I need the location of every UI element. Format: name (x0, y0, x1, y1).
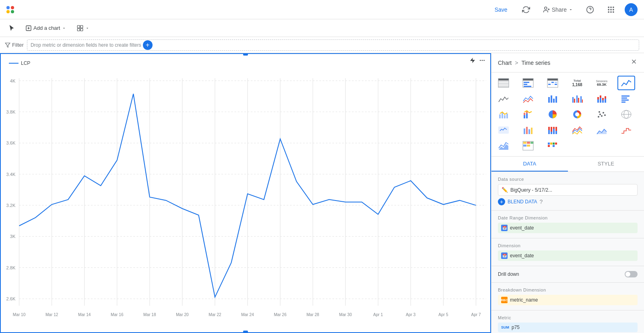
svg-rect-113 (621, 101, 625, 103)
main-layout: LCP 4K 3.8K 3.6K 3.4K 3.2K 3K 2.8K 2.6K (0, 53, 644, 333)
chart-type-scatter[interactable] (593, 107, 611, 122)
pencil-icon: ✏️ (502, 187, 508, 193)
drill-down-toggle[interactable] (625, 271, 638, 277)
chart-type-combo-bar-line[interactable] (495, 107, 512, 122)
breakdown-field[interactable]: RBC metric_name (498, 295, 638, 305)
data-source-row[interactable]: ✏️ BigQuery - 5/17/2... (498, 184, 638, 196)
svg-rect-136 (526, 127, 528, 134)
chart-type-time-series[interactable] (617, 76, 635, 90)
chart-type-table[interactable] (495, 76, 512, 90)
dimension-field[interactable]: 📅 event_date (498, 250, 638, 261)
chart-type-area-line[interactable] (593, 123, 611, 137)
svg-text:3.8K: 3.8K (6, 110, 16, 114)
svg-text:Apr 1: Apr 1 (373, 312, 383, 317)
chart-type-multi-line[interactable] (568, 123, 586, 137)
chart-type-geo-map[interactable] (495, 123, 512, 137)
chart-type-stepped[interactable] (617, 123, 635, 137)
save-button[interactable]: Save (490, 4, 512, 15)
svg-text:Mar 26: Mar 26 (274, 312, 287, 317)
metric-section: Metric SUM p75 (491, 310, 644, 333)
svg-rect-108 (605, 99, 606, 103)
blend-help-icon[interactable]: ? (540, 199, 543, 205)
svg-text:3K: 3K (10, 234, 16, 239)
add-chart-button[interactable]: Add a chart (22, 23, 70, 33)
chart-resize-top[interactable] (243, 53, 248, 56)
chart-type-horizontal-bar[interactable] (617, 91, 635, 106)
svg-rect-10 (613, 9, 614, 10)
chart-type-scorecard-sessions[interactable]: Sessions 69.3K (593, 76, 611, 90)
svg-rect-97 (574, 99, 575, 103)
chart-type-percent-bar[interactable] (544, 123, 561, 137)
refresh-button[interactable] (519, 2, 533, 17)
svg-rect-148 (523, 142, 526, 144)
svg-rect-100 (580, 96, 582, 103)
chart-type-map[interactable] (617, 107, 635, 122)
chart-type-area-stacked[interactable] (495, 139, 512, 153)
chart-lightning-button[interactable] (469, 57, 476, 65)
svg-marker-21 (5, 43, 10, 47)
chart-type-donut[interactable] (568, 107, 586, 122)
svg-rect-90 (555, 84, 557, 85)
chart-type-stacked-bar-line[interactable] (519, 107, 537, 122)
svg-rect-6 (610, 6, 611, 8)
svg-rect-12 (610, 11, 611, 12)
svg-point-0 (544, 7, 547, 9)
chart-type-area-bar[interactable] (519, 123, 537, 137)
svg-text:Mar 22: Mar 22 (208, 312, 221, 317)
svg-rect-138 (531, 128, 533, 134)
svg-rect-9 (610, 9, 611, 10)
svg-text:Mar 30: Mar 30 (339, 312, 352, 317)
svg-rect-94 (553, 99, 555, 103)
svg-rect-7 (613, 6, 614, 8)
lightning-icon (469, 57, 476, 64)
chart-type-scorecard-total[interactable]: Total 1,168 (568, 76, 586, 90)
apps-button[interactable] (604, 2, 618, 17)
svg-rect-8 (608, 9, 609, 10)
panel-close-button[interactable] (630, 58, 638, 67)
chart-area: LCP 4K 3.8K 3.6K 3.4K 3.2K 3K 2.8K 2.6K (0, 53, 491, 333)
chart-type-stacked-bar[interactable] (593, 91, 611, 106)
pointer-tool[interactable] (5, 23, 19, 33)
filter-icon (5, 42, 10, 48)
share-button[interactable]: Share (540, 4, 576, 16)
chart-type-table-bars[interactable] (519, 76, 537, 90)
tab-style[interactable]: STYLE (568, 157, 644, 172)
chart-type-bar[interactable] (544, 91, 561, 106)
app-logo (6, 6, 14, 13)
chart-type-table-heat[interactable] (544, 76, 561, 90)
filter-drop-area[interactable]: Drop metric or dimension fields here to … (27, 39, 639, 51)
svg-point-127 (601, 115, 603, 117)
chart-type-sparkline[interactable] (495, 91, 512, 106)
svg-rect-18 (80, 25, 83, 28)
chart-type-color-table[interactable] (519, 139, 537, 153)
chart-type-line2[interactable] (519, 91, 537, 106)
chart-type-block-bar[interactable] (544, 139, 561, 153)
filter-add-button[interactable]: + (143, 40, 153, 50)
svg-point-24 (483, 60, 485, 61)
svg-rect-85 (548, 82, 551, 83)
more-icon (479, 57, 485, 64)
date-range-label: Date Range Dimension (498, 215, 638, 220)
metric-field[interactable]: SUM p75 (498, 323, 638, 332)
avatar[interactable]: A (625, 3, 638, 16)
blend-data-button[interactable]: + BLEND DATA ? (498, 198, 638, 205)
svg-text:Mar 28: Mar 28 (306, 312, 319, 317)
blend-circle-icon: + (498, 198, 505, 205)
tab-data[interactable]: DATA (491, 157, 568, 172)
date-range-field[interactable]: 📅 event_date (498, 223, 638, 233)
sum-badge: SUM (501, 325, 509, 329)
nav-actions: Save Share (490, 2, 638, 17)
chart-type-pie[interactable] (544, 107, 561, 122)
help-button[interactable] (583, 2, 597, 17)
chart-legend: LCP (9, 60, 30, 66)
chart-type-grouped-bar[interactable] (568, 91, 586, 106)
svg-rect-140 (548, 127, 550, 130)
svg-rect-84 (547, 79, 558, 81)
panel-tabs: DATA STYLE (491, 157, 644, 172)
svg-rect-81 (524, 84, 527, 85)
svg-rect-86 (551, 82, 554, 83)
chart-more-button[interactable] (479, 57, 485, 65)
data-source-name: BigQuery - 5/17/2... (510, 187, 552, 193)
component-tool[interactable] (73, 23, 93, 34)
chart-resize-bottom[interactable] (243, 331, 248, 333)
